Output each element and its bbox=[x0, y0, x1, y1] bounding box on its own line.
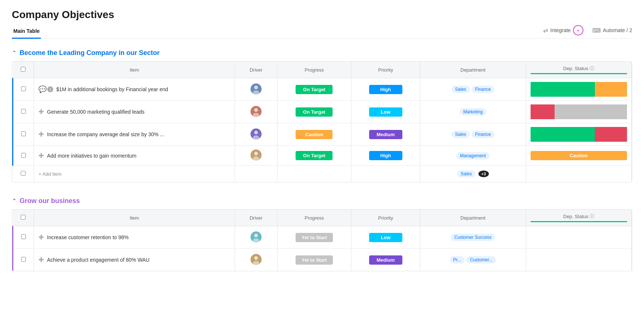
th-checkbox-2[interactable] bbox=[13, 210, 34, 226]
row-checkbox[interactable] bbox=[21, 153, 26, 158]
progress-badge[interactable]: On Target bbox=[296, 107, 333, 117]
dept-badge[interactable]: Sales bbox=[457, 170, 476, 178]
th-priority-2: Priority bbox=[351, 210, 420, 226]
dept-badge[interactable]: Management bbox=[456, 152, 490, 159]
svg-point-11 bbox=[253, 261, 259, 265]
automate-icon: ⌨ bbox=[592, 27, 601, 34]
row-checkbox[interactable] bbox=[21, 109, 26, 114]
row-checkbox-cell bbox=[13, 101, 34, 123]
add-depstatus-cell bbox=[526, 166, 631, 182]
priority-cell[interactable]: High bbox=[351, 146, 420, 166]
avatar bbox=[251, 128, 262, 140]
priority-cell[interactable]: Low bbox=[351, 226, 420, 249]
automate-label: Automate / 2 bbox=[603, 27, 632, 33]
priority-badge[interactable]: Low bbox=[369, 107, 402, 117]
comment-add-icon[interactable]: ✚ bbox=[38, 233, 44, 241]
section-chevron-1[interactable]: ⌃ bbox=[12, 49, 17, 56]
table-row: + Add Item Sales +3 bbox=[13, 166, 632, 182]
svg-point-3 bbox=[253, 113, 259, 117]
dept-badge[interactable]: Finance bbox=[471, 86, 495, 93]
tab-main-table[interactable]: Main Table bbox=[12, 25, 41, 38]
dept-cell: Marketing bbox=[420, 101, 526, 123]
dept-badge[interactable]: Finance bbox=[471, 131, 495, 138]
progress-badge[interactable]: On Target bbox=[296, 151, 333, 160]
row-checkbox[interactable] bbox=[21, 131, 26, 136]
dept-extra-badge[interactable]: +3 bbox=[478, 171, 489, 177]
driver-cell bbox=[235, 249, 277, 271]
progress-badge[interactable]: On Target bbox=[296, 85, 333, 94]
progress-cell[interactable]: On Target bbox=[277, 146, 351, 166]
comment-add-icon[interactable]: ✚ bbox=[38, 152, 44, 160]
priority-badge[interactable]: Medium bbox=[369, 255, 402, 265]
select-all-1[interactable] bbox=[21, 67, 25, 72]
automate-button[interactable]: ⌨ Automate / 2 bbox=[592, 27, 632, 34]
item-cell: ✚ Add more initiatives to gain momentum bbox=[34, 146, 235, 166]
dep-status-segment bbox=[531, 82, 595, 97]
add-progress-cell bbox=[277, 166, 351, 182]
th-checkbox-1[interactable] bbox=[13, 62, 34, 78]
comment-add-icon[interactable]: ✚ bbox=[38, 130, 44, 138]
priority-cell[interactable]: Medium bbox=[351, 123, 420, 146]
th-driver-1: Driver bbox=[235, 62, 277, 78]
integrate-button[interactable]: ⇄ Integrate ∞ bbox=[543, 25, 583, 35]
progress-cell[interactable]: On Target bbox=[277, 101, 351, 123]
row-checkbox-cell bbox=[13, 78, 34, 101]
dept-cell: Pr...Customer... bbox=[420, 249, 526, 271]
progress-badge[interactable]: Yet to Start bbox=[296, 233, 333, 242]
row-checkbox[interactable] bbox=[21, 171, 25, 176]
priority-cell[interactable]: High bbox=[351, 78, 420, 101]
add-driver-cell bbox=[235, 166, 277, 182]
page-title: Company Objectives bbox=[12, 9, 632, 21]
dept-badge[interactable]: Sales bbox=[452, 86, 470, 93]
dep-status-segment bbox=[555, 104, 627, 119]
item-cell: ✚ Achieve a product engagement of 80% WA… bbox=[34, 249, 235, 271]
progress-badge[interactable]: Yet to Start bbox=[296, 255, 333, 265]
table-row: ✚ Achieve a product engagement of 80% WA… bbox=[13, 249, 632, 271]
dep-status-info-icon-2[interactable]: ⓘ bbox=[590, 213, 594, 220]
row-checkbox[interactable] bbox=[21, 86, 26, 91]
th-driver-2: Driver bbox=[235, 210, 277, 226]
priority-cell[interactable]: Medium bbox=[351, 249, 420, 271]
dep-status-bar bbox=[531, 82, 627, 97]
dept-badge[interactable]: Marketing bbox=[460, 108, 487, 116]
section-chevron-2[interactable]: ⌃ bbox=[12, 197, 17, 204]
driver-cell bbox=[235, 146, 277, 166]
priority-badge[interactable]: Medium bbox=[369, 130, 402, 139]
dep-status-cell bbox=[526, 226, 631, 249]
dept-badge[interactable]: Pr... bbox=[450, 256, 465, 264]
comment-add-icon[interactable]: ✚ bbox=[38, 256, 44, 264]
priority-badge[interactable]: Low bbox=[369, 233, 402, 242]
dep-status-segment bbox=[595, 82, 627, 97]
priority-cell[interactable]: Low bbox=[351, 101, 420, 123]
table-2: Item Driver Progress Priority Department… bbox=[12, 209, 632, 271]
th-depstatus-2: Dep. Status ⓘ bbox=[526, 210, 631, 226]
row-checkbox[interactable] bbox=[21, 257, 26, 262]
add-item-cell[interactable]: + Add Item bbox=[34, 166, 235, 182]
dept-badge[interactable]: Customer... bbox=[466, 256, 496, 264]
select-all-2[interactable] bbox=[21, 215, 25, 220]
th-dept-2: Department bbox=[420, 210, 526, 226]
dep-status-bar bbox=[531, 104, 627, 119]
priority-badge[interactable]: High bbox=[369, 85, 402, 94]
progress-cell[interactable]: Caution bbox=[277, 123, 351, 146]
dept-badge[interactable]: Sales bbox=[452, 131, 470, 138]
row-checkbox-cell bbox=[13, 249, 34, 271]
progress-cell[interactable]: Yet to Start bbox=[277, 249, 351, 271]
dept-badge[interactable]: Customer Success bbox=[451, 234, 495, 241]
priority-badge[interactable]: High bbox=[369, 151, 402, 160]
driver-cell bbox=[235, 123, 277, 146]
progress-cell[interactable]: On Target bbox=[277, 78, 351, 101]
dep-status-segment bbox=[595, 127, 627, 142]
dep-status-text: Caution bbox=[531, 151, 627, 160]
dep-status-info-icon-1[interactable]: ⓘ bbox=[590, 65, 594, 72]
comment-icon[interactable]: 💬1 bbox=[38, 85, 53, 93]
dep-status-segment bbox=[531, 127, 595, 142]
integrate-badge: ∞ bbox=[573, 25, 583, 35]
comment-add-icon[interactable]: ✚ bbox=[38, 108, 44, 116]
dept-cell: Management bbox=[420, 146, 526, 166]
progress-badge[interactable]: Caution bbox=[296, 130, 333, 139]
dept-cell: Customer Success bbox=[420, 226, 526, 249]
progress-cell[interactable]: Yet to Start bbox=[277, 226, 351, 249]
table-row: 💬1 $1M in additional bookings by Financi… bbox=[13, 78, 632, 101]
row-checkbox[interactable] bbox=[21, 234, 26, 239]
